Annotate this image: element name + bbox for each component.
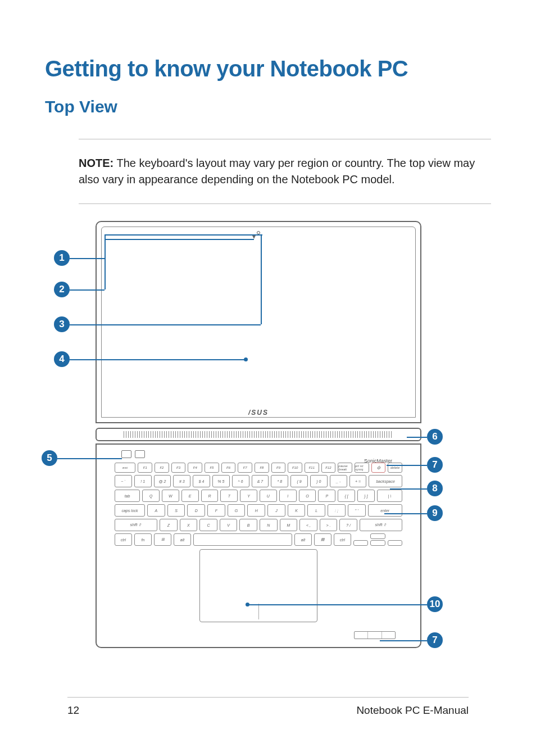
callout-6: 6 — [427, 429, 443, 445]
key: Y — [240, 490, 257, 502]
key: pause break — [338, 463, 352, 473]
callout-1: 1 — [54, 250, 70, 266]
key: # 3 — [173, 475, 190, 487]
key: F8 — [255, 463, 269, 473]
key: X — [180, 519, 198, 531]
key: delete — [388, 463, 402, 473]
arrow-keys — [353, 533, 402, 546]
key-row-fn: esc F1 F2 F3 F4 F5 F6 F7 F8 F9 F10 F11 F… — [115, 463, 402, 473]
power-key: ⏻ — [371, 463, 386, 473]
key-enter: enter — [368, 504, 402, 517]
key: % 5 — [212, 475, 230, 487]
key: E — [181, 490, 199, 502]
key: { [ — [338, 490, 355, 502]
key-row-ctrl: ctrl fn ⊞ alt alt ▤ ctrl — [115, 533, 402, 546]
key-capslock: caps lock — [115, 504, 145, 517]
key: F6 — [221, 463, 236, 473]
section-heading: Top View — [45, 97, 491, 116]
key: O — [299, 490, 316, 502]
key: ) 0 — [310, 475, 328, 487]
laptop-lid: /SUS — [96, 221, 421, 423]
key-row-z: shift ⇧ Z X C V B N M < , > . ? / shift … — [115, 519, 402, 531]
callout-8: 8 — [427, 481, 443, 496]
key: | \ — [377, 490, 402, 502]
callout-10: 10 — [427, 596, 443, 612]
key: F5 — [205, 463, 219, 473]
key-backspace: backspace — [369, 475, 402, 487]
key: F11 — [305, 463, 319, 473]
key: + = — [349, 475, 367, 487]
key: ! 1 — [134, 475, 152, 487]
key: ^ 6 — [232, 475, 249, 487]
laptop-deck: SonicMaster esc F1 F2 F3 F4 F5 F6 F7 F8 … — [96, 443, 421, 648]
key: H — [247, 504, 265, 517]
key-fn: fn — [134, 533, 152, 546]
deck-status-indicators — [354, 631, 396, 639]
key-row-q: tab Q W E R T Y U I O P { [ } ] | \ — [115, 490, 402, 502]
key: F10 — [288, 463, 302, 473]
key: G — [228, 504, 246, 517]
key: " ' — [348, 504, 366, 517]
key: * 8 — [271, 475, 288, 487]
key: Z — [160, 519, 178, 531]
callout-4: 4 — [54, 351, 70, 367]
key-ctrl-left: ctrl — [115, 533, 132, 546]
key: < , — [299, 519, 317, 531]
key-ctrl-right: ctrl — [334, 533, 351, 546]
key: F1 — [138, 463, 152, 473]
key: } ] — [357, 490, 375, 502]
key: F3 — [171, 463, 186, 473]
key: T — [220, 490, 238, 502]
key: R — [201, 490, 219, 502]
key: F12 — [321, 463, 336, 473]
laptop-hinge — [96, 428, 421, 441]
callout-5: 5 — [42, 450, 57, 466]
callout-2: 2 — [54, 282, 70, 297]
key: F4 — [188, 463, 202, 473]
key: > . — [320, 519, 338, 531]
key: esc — [115, 463, 135, 473]
key: F2 — [155, 463, 169, 473]
key-alt-right: alt — [294, 533, 312, 546]
key-row-num: ~ ` ! 1 @ 2 # 3 $ 4 % 5 ^ 6 & 7 * 8 ( 9 … — [115, 475, 402, 487]
key: F — [207, 504, 225, 517]
key-tab: tab — [115, 490, 140, 502]
page-number: 12 — [67, 704, 79, 717]
key: ? / — [339, 519, 357, 531]
callout-3: 3 — [54, 316, 70, 332]
key: prt sc sysrq — [355, 463, 369, 473]
key-row-a: caps lock A S D F G H J K L : ; " ' ente… — [115, 504, 402, 517]
laptop-diagram: 1 2 3 4 5 6 7 8 9 10 7 — [45, 221, 491, 648]
key: A — [147, 504, 165, 517]
note-label: NOTE: — [79, 157, 113, 169]
key: I — [279, 490, 297, 502]
key: S — [167, 504, 185, 517]
key-space — [193, 533, 292, 546]
key-menu: ▤ — [314, 533, 331, 546]
key: @ 2 — [154, 475, 171, 487]
key-alt-left: alt — [174, 533, 191, 546]
key: B — [239, 519, 257, 531]
key: $ 4 — [193, 475, 210, 487]
key-shift-right: shift ⇧ — [360, 519, 402, 531]
page-footer: 12 Notebook PC E-Manual — [67, 697, 469, 717]
callout-7-lower: 7 — [427, 632, 443, 648]
key-shift-left: shift ⇧ — [115, 519, 157, 531]
footer-title: Notebook PC E-Manual — [356, 704, 469, 717]
callout-9: 9 — [427, 505, 443, 521]
key: Q — [142, 490, 160, 502]
key: N — [260, 519, 278, 531]
key: W — [162, 490, 179, 502]
key: & 7 — [252, 475, 269, 487]
brand-logo: /SUS — [248, 409, 269, 417]
key: C — [199, 519, 217, 531]
callout-7: 7 — [427, 457, 443, 473]
key: J — [267, 504, 285, 517]
note-block: NOTE: The keyboard's layout may vary per… — [79, 139, 491, 204]
key: V — [220, 519, 238, 531]
key: L — [307, 504, 325, 517]
key: P — [318, 490, 335, 502]
key: D — [187, 504, 205, 517]
status-indicator-row — [121, 450, 145, 458]
key: M — [280, 519, 298, 531]
